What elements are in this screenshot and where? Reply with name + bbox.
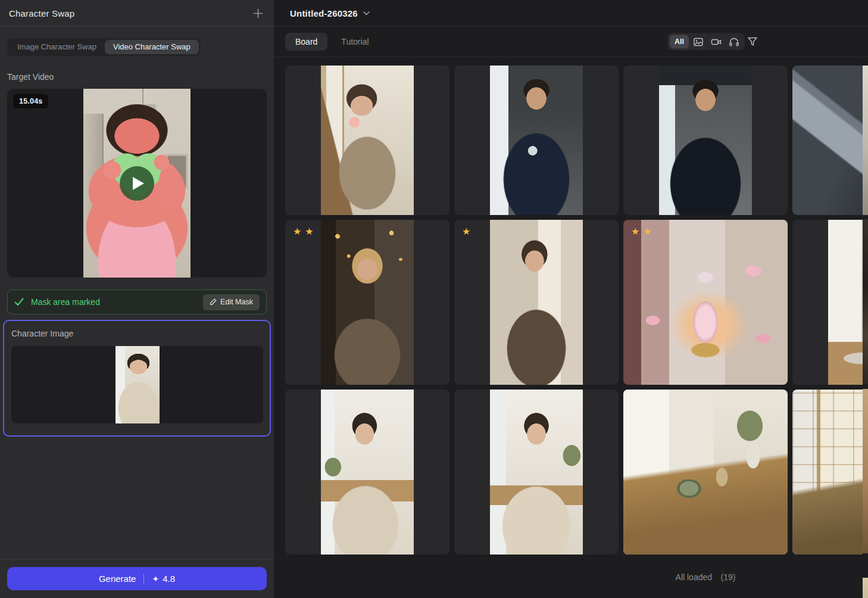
star-icon: ★: [305, 226, 313, 237]
tab-board[interactable]: Board: [285, 33, 327, 51]
photo-man-in-dark-suit-office-portrait: [659, 66, 752, 215]
load-status: All loaded: [676, 572, 713, 582]
photo-pink-perfume-bottle-with-petals: [623, 220, 788, 385]
video-camera-icon: [711, 36, 722, 47]
edit-mask-label: Edit Mask: [220, 298, 253, 306]
sidebar-panel: Character Swap Image Character Swap Vide…: [0, 0, 274, 598]
tab-video-character-swap[interactable]: Video Character Swap: [105, 40, 199, 54]
video-thumbnail: [83, 89, 191, 278]
photo-japanese-room-table-matcha-bowl: [792, 390, 868, 555]
sidebar-body: Image Character Swap Video Character Swa…: [0, 27, 274, 559]
check-icon: [14, 298, 24, 306]
board-footer: All loaded (19): [285, 572, 868, 583]
media-type-filter-group: All: [667, 33, 745, 51]
play-icon: [133, 177, 144, 190]
mask-status-banner: Mask area marked Edit Mask: [7, 289, 267, 314]
main-panel: Untitled-260326 Board Tutorial All: [274, 0, 868, 598]
star-rating: ★★: [293, 226, 314, 237]
filter-video-button[interactable]: [708, 35, 725, 49]
filter-funnel-icon: [747, 36, 758, 47]
sidebar-header: Character Swap: [0, 0, 274, 27]
credit-amount: 4.8: [163, 574, 175, 584]
tab-image-character-swap[interactable]: Image Character Swap: [9, 40, 105, 54]
photo-woman-in-linen-shirt-apartment: [321, 390, 414, 555]
filter-audio-button[interactable]: [726, 35, 742, 49]
board-area: ★★★★★ All loaded (19): [274, 66, 868, 583]
edge-strip: [863, 57, 868, 598]
clipped-gallery-item-bottom: [863, 578, 868, 598]
star-icon: ★: [293, 226, 301, 237]
video-duration-badge: 15.04s: [13, 94, 48, 108]
gallery-item-blonde-bokeh[interactable]: ★★: [285, 220, 449, 385]
gallery-item-perfume-pink[interactable]: ★★: [623, 220, 788, 385]
chevron-down-icon: [363, 11, 370, 15]
character-image-thumbnail: [115, 346, 160, 423]
swap-mode-tabs: Image Character Swap Video Character Swa…: [7, 38, 201, 56]
headphones-icon: [729, 36, 739, 47]
photo-woman-in-floral-dress: [490, 220, 583, 385]
filter-image-button[interactable]: [690, 35, 707, 49]
filter-options-button[interactable]: [744, 33, 761, 50]
character-image-slot[interactable]: [11, 346, 263, 423]
image-icon: [693, 36, 704, 47]
gallery-item-matcha-offer[interactable]: [792, 220, 868, 385]
button-divider: [143, 574, 144, 584]
tool-title: Character Swap: [9, 8, 74, 18]
tab-tutorial[interactable]: Tutorial: [341, 37, 369, 46]
gallery-item-home-portrait-2[interactable]: [454, 390, 619, 555]
photo-person-offering-matcha-bowl: [828, 220, 868, 385]
gallery-item-vanity-perfume[interactable]: [285, 66, 449, 215]
photo-man-in-navy-suit-showing-watch: [490, 66, 583, 215]
project-title: Untitled-260326: [290, 8, 358, 18]
gallery-item-watch-macro[interactable]: [792, 66, 868, 215]
edit-mask-button[interactable]: Edit Mask: [203, 294, 260, 310]
gallery-item-tatami-room[interactable]: [792, 390, 868, 555]
photo-woman-at-vanity-holding-perfume: [321, 66, 414, 215]
character-image-label: Character Image: [11, 329, 263, 338]
gallery-item-office-man[interactable]: [623, 66, 788, 215]
photo-steel-watch-macro-on-slate: [792, 66, 868, 215]
project-title-menu[interactable]: Untitled-260326: [290, 8, 370, 18]
star-rating: ★★: [631, 226, 652, 237]
star-icon: ★: [631, 226, 639, 237]
generate-button[interactable]: Generate ✦ 4.8: [7, 567, 267, 590]
credit-spark-icon: ✦: [152, 574, 159, 584]
clipped-gallery-item-bright: [863, 66, 868, 215]
photo-woman-in-linen-shirt-smiling: [490, 390, 583, 555]
pencil-icon: [210, 298, 217, 306]
character-image-panel: Character Image: [3, 320, 271, 437]
target-video-preview[interactable]: 15.04s: [7, 89, 267, 278]
clipped-gallery-item-dark-portrait: [863, 219, 868, 384]
photo-matcha-tea-set-on-wooden-table: [623, 390, 788, 555]
gallery-item-home-portrait-1[interactable]: [285, 390, 449, 555]
star-rating: ★: [462, 226, 470, 237]
star-icon: ★: [462, 226, 470, 237]
generate-label: Generate: [99, 574, 136, 584]
credit-cost: ✦ 4.8: [152, 574, 175, 584]
photo-blonde-woman-with-bokeh-lights: [321, 220, 414, 385]
target-video-label: Target Video: [7, 72, 267, 82]
add-new-button[interactable]: [251, 6, 265, 20]
load-count: (19): [721, 572, 736, 582]
app-window: Character Swap Image Character Swap Vide…: [0, 0, 868, 598]
board-tab-bar: Board Tutorial All: [274, 27, 868, 57]
gallery-item-navy-watch[interactable]: [454, 66, 619, 215]
gallery-item-floral-dress[interactable]: ★: [454, 220, 619, 385]
filter-all-button[interactable]: All: [670, 35, 689, 49]
clipped-gallery-item-warm-portrait: [863, 389, 868, 553]
play-button[interactable]: [120, 166, 154, 201]
project-header: Untitled-260326: [274, 0, 868, 27]
mask-status-text: Mask area marked: [31, 297, 100, 307]
gallery-grid: ★★★★★: [285, 66, 868, 555]
star-icon: ★: [643, 226, 651, 237]
plus-icon: [253, 8, 263, 18]
gallery-item-matcha-set[interactable]: [623, 390, 788, 555]
sidebar-footer: Generate ✦ 4.8: [0, 559, 274, 598]
